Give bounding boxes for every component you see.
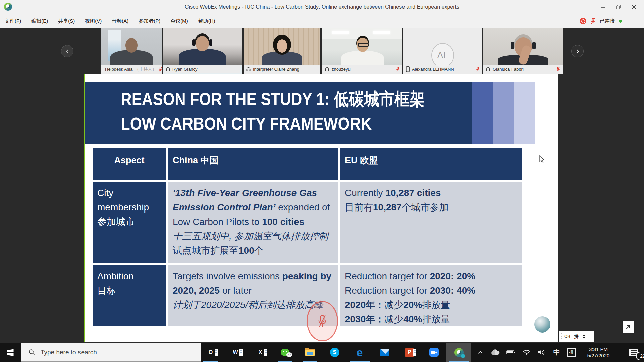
row-city-membership-eu: Currently 10,287 cities 目前有10,287个城市参加 [340, 182, 522, 263]
video-still [322, 28, 402, 65]
video-tile-zhouzeyu[interactable]: zhouzeyu [322, 28, 402, 74]
text-run-bold: 10,287 cities [385, 188, 441, 198]
tray-ime-pinyin[interactable]: 拼 [565, 343, 578, 362]
close-icon [632, 5, 636, 9]
text-run-zh-bold: 10,287 [373, 202, 402, 213]
participant-name: Helpdesk Asia [105, 67, 132, 72]
table-header-aspect: Aspect [93, 148, 166, 180]
page-decor [215, 349, 218, 356]
popout-arrow-icon [625, 324, 632, 330]
record-indicator-icon[interactable] [580, 18, 586, 24]
taskbar-app-edge[interactable]: e [347, 343, 372, 362]
ime-language-bar[interactable]: CH 拼 [559, 331, 594, 342]
action-center-icon: 22 [629, 349, 638, 356]
page-decor [239, 349, 243, 356]
muted-mic-icon [556, 66, 560, 72]
excel-letter: X [259, 349, 262, 355]
menu-participants[interactable]: 参加者(P) [139, 18, 160, 24]
file-explorer-icon [305, 349, 315, 356]
video-tile-claire-zhang[interactable]: Interpreter Claire Zhang [244, 28, 320, 74]
video-tile-ryan-glancy[interactable]: Ryan Glancy [163, 28, 241, 74]
text-run-zh: 试点城市扩展至 [173, 245, 238, 256]
scroll-left-button[interactable] [61, 45, 73, 57]
aspect-en: Ambition [97, 271, 134, 281]
connected-status-dot [619, 20, 622, 23]
taskbar-app-webex[interactable] [446, 343, 471, 362]
restore-icon [616, 5, 621, 9]
menu-view[interactable]: 视图(V) [85, 18, 102, 24]
outlook-icon: O [206, 348, 215, 357]
video-tile-helpdesk-asia[interactable]: Helpdesk Asia （主持人） [101, 28, 162, 74]
menu-share[interactable]: 共享(S) [58, 18, 75, 24]
taskbar-app-excel[interactable]: X [248, 343, 273, 362]
ime-pinyin-toggle[interactable]: 拼 [573, 333, 580, 340]
taskbar-app-skype[interactable]: S [322, 343, 347, 362]
video-still [163, 28, 241, 65]
tray-onedrive[interactable] [489, 343, 502, 362]
search-input[interactable] [40, 348, 189, 356]
taskbar-app-outlook[interactable]: O [198, 343, 223, 362]
connection-status-area: 已连接 [580, 14, 622, 28]
taskbar-app-word[interactable]: W [223, 343, 248, 362]
chevron-left-icon [65, 49, 69, 53]
clock-date: 5/27/2020 [587, 352, 610, 359]
minimize-button[interactable] [596, 3, 610, 11]
menu-file[interactable]: 文件(F) [5, 18, 21, 24]
tray-ime-chinese[interactable]: 中 [551, 343, 563, 362]
excel-icon: X [256, 348, 265, 357]
muted-mic-overlay-indicator [307, 301, 338, 341]
ceiling-light-decor [332, 31, 349, 34]
taskbar-app-file-explorer[interactable] [298, 343, 322, 362]
menu-help[interactable]: 帮助(H) [198, 18, 215, 24]
text-run-zh: 排放量 [422, 314, 450, 324]
video-tile-gianluca-fabbri[interactable]: Gianluca Fabbri [483, 28, 563, 74]
participant-name: Ryan Glancy [172, 67, 197, 72]
taskbar-app-wechat[interactable] [273, 343, 298, 362]
taskbar-app-mail[interactable] [372, 343, 397, 362]
participant-name-bar: Ryan Glancy [163, 65, 241, 74]
tray-clock[interactable]: 3:31 PM 5/27/2020 [580, 343, 617, 362]
skype-icon: S [330, 348, 339, 357]
ime-drag-handle[interactable] [561, 333, 562, 340]
windows-logo-icon [6, 349, 14, 356]
muted-mic-icon [396, 66, 400, 72]
mouse-cursor [539, 155, 545, 164]
speaker-icon [538, 349, 546, 355]
menu-audio[interactable]: 音频(A) [112, 18, 128, 24]
muted-mic-icon[interactable] [590, 17, 596, 25]
tray-action-center[interactable]: 22 [623, 343, 644, 362]
video-still [101, 28, 162, 65]
text-run: Targets involve emissions [173, 271, 282, 281]
tray-wifi[interactable] [520, 343, 533, 362]
tray-battery[interactable] [504, 343, 517, 362]
participant-name: zhouzeyu [332, 67, 351, 72]
sphere-watermark [534, 316, 550, 333]
shared-screen-slide: REASON FOR THE STUDY 1: 低碳城市框架 LOW CARBO… [84, 74, 558, 342]
ime-options-spinner[interactable] [582, 335, 586, 339]
video-still [244, 28, 320, 65]
menu-edit[interactable]: 编辑(E) [31, 18, 48, 24]
start-button[interactable] [0, 343, 20, 362]
restore-button[interactable] [612, 3, 625, 11]
participant-name-bar: zhouzeyu [322, 65, 402, 74]
taskbar-search[interactable] [21, 343, 201, 362]
tray-volume[interactable] [535, 343, 548, 362]
text-run-zh-bold: 2030年： [345, 314, 384, 324]
close-button[interactable] [627, 3, 641, 11]
banner-stripe-decor [472, 82, 493, 144]
taskbar-app-video-meetings[interactable] [422, 343, 446, 362]
ime-language-code[interactable]: CH [564, 334, 570, 340]
popout-view-button[interactable] [623, 321, 634, 333]
taskbar-app-powerpoint[interactable]: P [397, 343, 422, 362]
video-tile-alexandra-lehmann[interactable]: AL Alexandra LEHMANN [403, 28, 482, 74]
tray-show-hidden-icons[interactable] [476, 343, 485, 362]
row-city-membership-label: City membership 参加城市 [93, 182, 166, 263]
aspect-zh: 参加城市 [97, 215, 161, 229]
scroll-right-button[interactable] [571, 45, 584, 57]
menu-meeting[interactable]: 会议(M) [170, 18, 188, 24]
muted-mic-icon [317, 313, 328, 329]
headset-icon [486, 67, 491, 72]
slide-title-line1: REASON FOR THE STUDY 1: 低碳城市框架 [121, 86, 425, 111]
text-run-bold: 20% [403, 300, 422, 310]
participant-silhouette [196, 36, 209, 51]
